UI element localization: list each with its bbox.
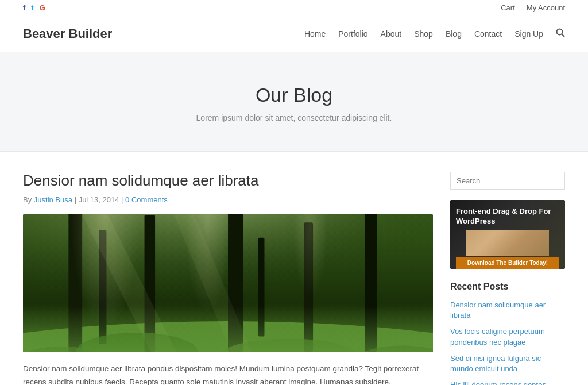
main-container: Densior nam solidumque aer librata By Ju… (0, 152, 588, 385)
blog-content: Densior nam solidumque aer librata By Ju… (23, 172, 433, 385)
site-header: Beaver Builder Home Portfolio About Shop… (0, 16, 588, 52)
recent-posts-section: Recent Posts Densior nam solidumque aer … (450, 282, 565, 385)
twitter-icon[interactable]: t (31, 3, 33, 12)
svg-rect-7 (145, 215, 156, 352)
hero-title: Our Blog (23, 84, 565, 106)
nav-signup[interactable]: Sign Up (514, 29, 543, 38)
post-title: Densior nam solidumque aer librata (23, 172, 433, 190)
post-date: Jul 13, 2014 (79, 195, 119, 204)
post-featured-image (23, 214, 433, 352)
nav-shop[interactable]: Shop (414, 29, 433, 38)
post-excerpt: Densior nam solidumque aer librata pondu… (23, 363, 433, 385)
svg-rect-12 (258, 238, 265, 337)
search-input[interactable] (450, 172, 565, 190)
svg-point-16 (23, 346, 99, 352)
svg-rect-3 (23, 214, 433, 352)
nav-about[interactable]: About (381, 29, 402, 38)
recent-post-2[interactable]: Sed di nisi ignea fulgura sic mundo emic… (450, 353, 565, 374)
nav-home[interactable]: Home (304, 29, 326, 38)
hero-section: Our Blog Lorem ipsum dolor sit amet, con… (0, 52, 588, 152)
nav-blog[interactable]: Blog (446, 29, 462, 38)
svg-rect-11 (99, 230, 106, 344)
google-icon[interactable]: G (40, 3, 45, 12)
svg-line-1 (562, 34, 565, 37)
svg-rect-10 (365, 214, 377, 352)
post-meta-sep1: | (75, 195, 79, 204)
top-bar: f t G Cart My Account (0, 0, 588, 16)
svg-rect-4 (23, 214, 433, 352)
svg-rect-6 (68, 214, 82, 352)
sidebar: Front-end Drag & Drop For WordPress Down… (450, 172, 565, 385)
svg-line-17 (84, 214, 175, 352)
svg-rect-8 (228, 214, 243, 352)
post-meta: By Justin Busa | Jul 13, 2014 | 0 Commen… (23, 195, 433, 204)
my-account-link[interactable]: My Account (527, 3, 565, 12)
svg-point-0 (557, 29, 563, 35)
social-icons: f t G (23, 3, 45, 12)
recent-post-3[interactable]: His illi deorum recens gentes (450, 380, 565, 385)
nav-contact[interactable]: Contact (474, 29, 502, 38)
top-bar-right: Cart My Account (501, 3, 565, 12)
svg-point-14 (220, 339, 357, 352)
ad-cta: Download The Builder Today! (456, 257, 559, 269)
recent-posts-title: Recent Posts (450, 282, 565, 292)
svg-point-15 (357, 345, 433, 352)
recent-post-1[interactable]: Vos locis caligine perpetuum ponderibus … (450, 326, 565, 347)
svg-rect-9 (304, 222, 313, 352)
nav-portfolio[interactable]: Portfolio (338, 29, 368, 38)
ad-banner[interactable]: Front-end Drag & Drop For WordPress Down… (450, 200, 565, 269)
svg-rect-2 (23, 214, 433, 352)
svg-line-18 (175, 214, 250, 352)
post-meta-prefix: By (23, 195, 32, 204)
recent-post-0[interactable]: Densior nam solidumque aer librata (450, 300, 565, 321)
ad-banner-title: Front-end Drag & Drop For WordPress (456, 207, 559, 226)
facebook-icon[interactable]: f (23, 3, 25, 12)
site-title[interactable]: Beaver Builder (23, 26, 112, 41)
cart-link[interactable]: Cart (501, 3, 515, 12)
svg-point-5 (23, 321, 433, 352)
search-icon-button[interactable] (556, 28, 565, 40)
main-nav: Home Portfolio About Shop Blog Contact S… (304, 28, 565, 40)
post-author-link[interactable]: Justin Busa (34, 195, 72, 204)
hero-subtitle: Lorem ipsum dolor sit amet, consectetur … (23, 113, 565, 122)
ad-banner-screen (466, 230, 549, 256)
post-comments-link[interactable]: 0 Comments (125, 195, 168, 204)
svg-point-13 (76, 333, 198, 352)
